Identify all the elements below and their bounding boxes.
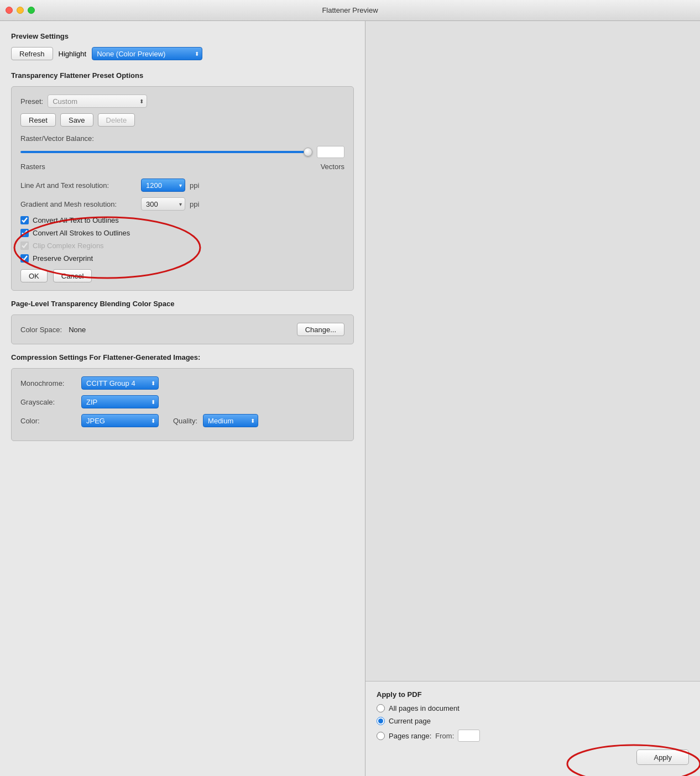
gradient-select-wrapper: 300 150 72 ▾ [141,197,185,211]
gradient-label: Gradient and Mesh resolution: [20,200,137,208]
quality-label: Quality: [173,417,197,425]
monochrome-select-wrapper: CCITT Group 4 CCITT Group 3 ZIP LZW ⬍ [81,376,159,390]
line-art-select[interactable]: 1200 600 300 [141,179,185,192]
rvb-row: 100 [20,146,344,158]
apply-button[interactable]: Apply [636,749,689,765]
right-panel: Apply to PDF All pages in document Curre… [365,21,700,776]
clip-complex-checkbox[interactable] [20,242,29,250]
convert-text-label[interactable]: Convert All Text to Outlines [33,216,119,224]
checkbox-group-with-annotation: Convert All Text to Outlines Convert All… [20,216,344,250]
minimize-button[interactable] [17,7,24,14]
transparency-flattener-title: Transparency Flattener Preset Options [11,71,354,80]
color-space-label: Color Space: [20,326,62,334]
rvb-slider[interactable] [20,151,311,153]
traffic-lights [6,7,35,14]
save-button[interactable]: Save [60,113,93,127]
page-level-title: Page-Level Transparency Blending Color S… [11,300,354,308]
line-art-select-wrapper: 1200 600 300 ▾ [141,179,185,192]
reset-button[interactable]: Reset [20,113,56,127]
rvb-value-input[interactable]: 100 [317,146,344,158]
color-space-value: None [69,326,292,334]
current-page-row: Current page [377,717,689,725]
ok-button[interactable]: OK [20,269,48,282]
apply-to-pdf-section: Apply to PDF All pages in document Curre… [365,681,700,776]
apply-btn-row: Apply [377,749,689,765]
current-page-radio[interactable] [377,717,385,725]
color-label: Color: [20,417,76,425]
left-panel: Preview Settings Refresh Highlight None … [0,21,365,776]
color-select-wrapper: JPEG ZIP LZW ⬍ [81,414,159,427]
color-row: Color: JPEG ZIP LZW ⬍ Quality: Medium Lo… [20,414,344,427]
line-art-ppi: ppi [190,181,199,190]
pages-range-radio[interactable] [377,732,385,740]
refresh-button[interactable]: Refresh [11,47,53,60]
grayscale-label: Grayscale: [20,398,76,406]
clip-complex-label: Clip Complex Regions [33,242,104,250]
apply-to-pdf-title: Apply to PDF [377,690,689,699]
preview-settings-title: Preview Settings [11,32,354,40]
from-input[interactable]: 1 [458,730,480,742]
monochrome-row: Monochrome: CCITT Group 4 CCITT Group 3 … [20,376,344,390]
rvb-label: Raster/Vector Balance: [20,134,94,143]
delete-button[interactable]: Delete [98,113,135,127]
preview-area [365,21,700,681]
ok-cancel-row: OK Cancel [20,269,344,282]
convert-strokes-checkbox[interactable] [20,229,29,237]
slider-thumb [304,148,312,156]
highlight-select-wrapper: None (Color Preview) Rasterized Complex … [92,47,202,60]
preserve-overprint-checkbox[interactable] [20,254,29,263]
all-pages-label[interactable]: All pages in document [389,704,459,712]
convert-text-row: Convert All Text to Outlines [20,216,344,224]
line-art-resolution-row: Line Art and Text resolution: 1200 600 3… [20,179,344,192]
grayscale-select[interactable]: ZIP JPEG LZW [81,395,159,408]
all-pages-radio[interactable] [377,704,385,712]
preserve-overprint-label[interactable]: Preserve Overprint [33,254,93,263]
change-button[interactable]: Change... [297,323,344,336]
compression-title: Compression Settings For Flattener-Gener… [11,353,354,361]
convert-strokes-label[interactable]: Convert All Strokes to Outlines [33,229,130,237]
highlight-select[interactable]: None (Color Preview) Rasterized Complex … [92,47,202,60]
close-button[interactable] [6,7,13,14]
cancel-button[interactable]: Cancel [53,269,92,282]
main-layout: Preview Settings Refresh Highlight None … [0,21,700,776]
page-level-box: Color Space: None Change... [11,314,354,344]
highlight-label: Highlight [59,50,87,58]
quality-select[interactable]: Medium Low High Maximum Minimum [203,414,258,427]
maximize-button[interactable] [28,7,35,14]
gradient-ppi: ppi [190,200,199,208]
preset-select-wrapper: Custom ⬍ [48,95,147,108]
convert-strokes-row: Convert All Strokes to Outlines [20,229,344,237]
current-page-label[interactable]: Current page [389,717,431,725]
clip-complex-row: Clip Complex Regions [20,242,344,250]
pages-range-label[interactable]: Pages range: [389,732,431,740]
title-bar: Flattener Preview [0,0,700,21]
gradient-resolution-row: Gradient and Mesh resolution: 300 150 72… [20,197,344,211]
color-select[interactable]: JPEG ZIP LZW [81,414,159,427]
monochrome-label: Monochrome: [20,379,76,387]
monochrome-select[interactable]: CCITT Group 4 CCITT Group 3 ZIP LZW [81,376,159,390]
rasters-label: Rasters [20,162,304,171]
grayscale-select-wrapper: ZIP JPEG LZW ⬍ [81,395,159,408]
preset-select[interactable]: Custom [48,95,147,108]
window-title: Flattener Preview [322,6,378,14]
convert-text-checkbox[interactable] [20,216,29,224]
rasters-vectors-row: Rasters Vectors [20,162,344,171]
preview-settings-row: Refresh Highlight None (Color Preview) R… [11,47,354,60]
preset-label: Preset: [20,97,43,106]
compression-box: Monochrome: CCITT Group 4 CCITT Group 3 … [11,368,354,441]
all-pages-row: All pages in document [377,704,689,712]
grayscale-row: Grayscale: ZIP JPEG LZW ⬍ [20,395,344,408]
transparency-flattener-box: Preset: Custom ⬍ Reset Save Delete Raste… [11,86,354,291]
quality-select-wrapper: Medium Low High Maximum Minimum ⬍ [203,414,258,427]
preserve-overprint-row: Preserve Overprint [20,254,344,263]
preset-row: Preset: Custom ⬍ [20,95,344,108]
line-art-label: Line Art and Text resolution: [20,181,137,190]
vectors-label: Vectors [321,162,344,171]
from-label: From: [435,732,454,740]
pages-range-row: Pages range: From: 1 [377,730,689,742]
color-space-row: Color Space: None Change... [20,323,344,336]
gradient-select[interactable]: 300 150 72 [141,197,185,211]
